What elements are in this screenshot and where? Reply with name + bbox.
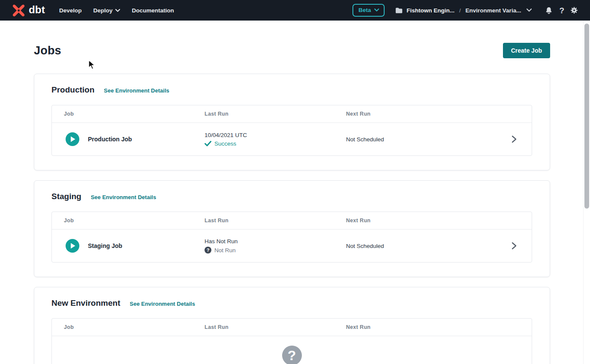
jobs-table: Job Last Run Next Run Staging Job Has No… <box>51 212 532 263</box>
last-run-date: 10/04/2021 UTC <box>205 132 346 138</box>
environment-header: Staging See Environment Details <box>51 192 532 201</box>
dbt-logo[interactable]: dbt <box>12 3 45 18</box>
environment-name: New Environment <box>51 298 120 308</box>
chevron-down-icon <box>115 9 120 12</box>
settings-gear-icon[interactable] <box>570 6 578 14</box>
job-row-staging-job[interactable]: Staging Job Has Not Run ? Not Run Not Sc… <box>52 230 532 262</box>
jobs-page: Jobs Create Job Production See Environme… <box>0 43 583 364</box>
column-header-next-run: Next Run <box>346 218 511 224</box>
nav-right-cluster: Beta Fishtown Engin... / Environment Var… <box>352 4 578 17</box>
jobs-table-header: Job Last Run Next Run <box>52 212 532 230</box>
folder-icon <box>395 7 403 14</box>
empty-state-question-icon: ? <box>282 346 302 364</box>
breadcrumb-separator: / <box>459 7 461 14</box>
page-scrollbar-track[interactable] <box>583 21 590 364</box>
run-job-play-button[interactable] <box>66 239 79 253</box>
play-icon <box>70 243 75 249</box>
dbt-logo-text: dbt <box>29 5 45 16</box>
column-header-job: Job <box>52 111 205 117</box>
jobs-table: Job Last Run Next Run ? <box>51 318 532 364</box>
nav-item-deploy[interactable]: Deploy <box>93 7 120 14</box>
column-header-last-run: Last Run <box>205 324 346 330</box>
environment-name: Production <box>51 85 94 95</box>
jobs-table-header: Job Last Run Next Run <box>52 319 532 336</box>
not-run-question-icon: ? <box>205 247 211 254</box>
help-icon[interactable]: ? <box>559 6 564 15</box>
see-environment-details-link[interactable]: See Environment Details <box>104 87 169 94</box>
success-check-icon <box>205 141 211 146</box>
environment-card-staging: Staging See Environment Details Job Last… <box>34 180 550 277</box>
nav-item-documentation[interactable]: Documentation <box>132 7 174 14</box>
environment-name: Staging <box>51 192 81 201</box>
column-header-job: Job <box>52 218 205 224</box>
jobs-table: Job Last Run Next Run Production Job 10/… <box>51 105 532 156</box>
column-header-next-run: Next Run <box>346 324 511 330</box>
chevron-down-icon[interactable] <box>527 9 532 12</box>
next-run-value: Not Scheduled <box>346 243 511 249</box>
environment-card-production: Production See Environment Details Job L… <box>34 74 550 170</box>
top-nav: dbt Develop Deploy Documentation Beta Fi… <box>0 0 590 21</box>
breadcrumb-section[interactable]: Environment Varia... <box>466 7 521 14</box>
column-header-job: Job <box>52 324 205 330</box>
run-job-play-button[interactable] <box>66 132 79 146</box>
page-title: Jobs <box>34 44 61 57</box>
beta-label: Beta <box>358 7 371 13</box>
job-name: Staging Job <box>88 242 122 249</box>
last-run-status: Success <box>214 140 236 147</box>
breadcrumb: Fishtown Engin... / Environment Varia... <box>395 7 532 14</box>
column-header-next-run: Next Run <box>346 111 511 117</box>
last-run-status: Not Run <box>214 247 236 254</box>
column-header-last-run: Last Run <box>205 218 346 224</box>
beta-dropdown[interactable]: Beta <box>352 4 385 17</box>
empty-jobs-state: ? <box>52 336 532 364</box>
play-icon <box>70 136 75 142</box>
page-scrollbar-thumb[interactable] <box>584 24 589 209</box>
jobs-table-header: Job Last Run Next Run <box>52 105 532 123</box>
chevron-right-icon <box>511 135 517 143</box>
last-run-date: Has Not Run <box>205 238 346 245</box>
column-header-last-run: Last Run <box>205 111 346 117</box>
job-name: Production Job <box>88 136 132 143</box>
dbt-logo-icon <box>12 3 26 18</box>
see-environment-details-link[interactable]: See Environment Details <box>129 301 195 307</box>
job-row-production-job[interactable]: Production Job 10/04/2021 UTC Success No… <box>52 123 532 155</box>
chevron-down-icon <box>374 9 379 12</box>
nav-item-develop[interactable]: Develop <box>59 7 82 14</box>
breadcrumb-account[interactable]: Fishtown Engin... <box>406 7 455 14</box>
create-job-button[interactable]: Create Job <box>503 43 550 58</box>
environment-header: New Environment See Environment Details <box>51 298 532 308</box>
notifications-bell-icon[interactable] <box>545 6 553 15</box>
see-environment-details-link[interactable]: See Environment Details <box>91 194 156 200</box>
primary-nav: Develop Deploy Documentation <box>59 7 174 14</box>
chevron-right-icon <box>511 242 517 250</box>
environment-card-new-environment: New Environment See Environment Details … <box>34 287 550 364</box>
next-run-value: Not Scheduled <box>346 136 511 143</box>
environment-header: Production See Environment Details <box>51 85 532 95</box>
page-header: Jobs Create Job <box>34 43 583 58</box>
nav-item-deploy-label: Deploy <box>93 7 112 14</box>
